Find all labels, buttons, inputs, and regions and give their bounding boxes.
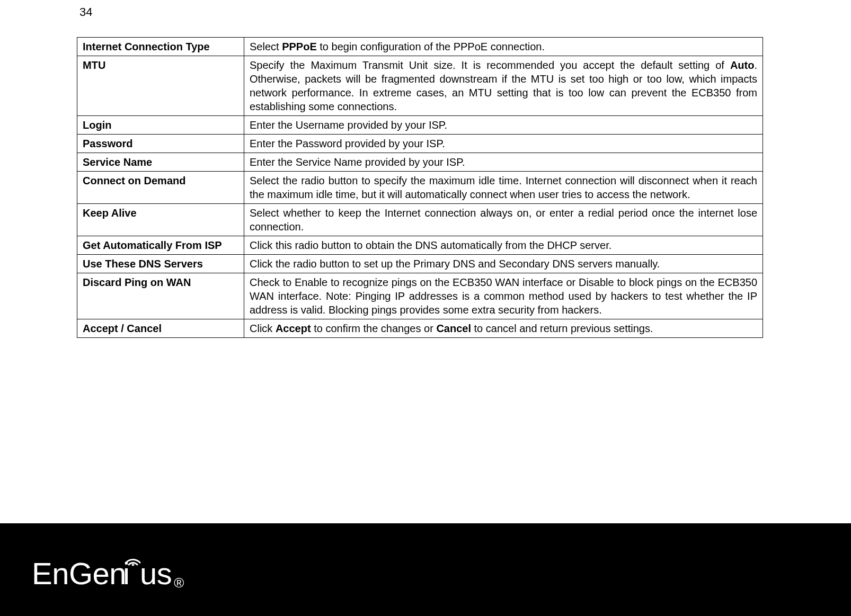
table-row: LoginEnter the Username provided by your… (77, 116, 763, 135)
table-row: Internet Connection TypeSelect PPPoE to … (77, 38, 763, 56)
setting-label: Password (77, 135, 244, 153)
setting-description: Select whether to keep the Internet conn… (244, 204, 763, 236)
brand-text-right: us (140, 556, 172, 591)
page-number: 34 (79, 5, 92, 19)
setting-label: Get Automatically From ISP (77, 236, 244, 255)
setting-description: Select PPPoE to begin configuration of t… (244, 38, 763, 56)
setting-label: Use These DNS Servers (77, 255, 244, 273)
settings-table: Internet Connection TypeSelect PPPoE to … (77, 37, 763, 338)
setting-description: Enter the Username provided by your ISP. (244, 116, 763, 135)
setting-description: Select the radio button to specify the m… (244, 172, 763, 204)
wifi-icon: i i (123, 556, 143, 591)
setting-description: Click this radio button to obtain the DN… (244, 236, 763, 255)
table-row: Accept / CancelClick Accept to confirm t… (77, 319, 763, 338)
settings-table-wrap: Internet Connection TypeSelect PPPoE to … (77, 37, 763, 338)
setting-label: Keep Alive (77, 204, 244, 236)
setting-description: Check to Enable to recognize pings on th… (244, 273, 763, 319)
table-row: Keep AliveSelect whether to keep the Int… (77, 204, 763, 236)
brand-text-left: EnGen (32, 556, 126, 591)
setting-label: Login (77, 116, 244, 135)
svg-point-0 (132, 564, 135, 565)
document-page: 34 Internet Connection TypeSelect PPPoE … (0, 0, 851, 616)
setting-description: Click Accept to confirm the changes or C… (244, 319, 763, 338)
setting-description: Specify the Maximum Transmit Unit size. … (244, 56, 763, 116)
table-row: Discard Ping on WANCheck to Enable to re… (77, 273, 763, 319)
setting-label: Connect on Demand (77, 172, 244, 204)
setting-label: Service Name (77, 153, 244, 172)
registered-mark: ® (174, 575, 184, 591)
setting-description: Click the radio button to set up the Pri… (244, 255, 763, 273)
table-row: Use These DNS ServersClick the radio but… (77, 255, 763, 273)
setting-description: Enter the Service Name provided by your … (244, 153, 763, 172)
table-row: Service NameEnter the Service Name provi… (77, 153, 763, 172)
table-row: MTUSpecify the Maximum Transmit Unit siz… (77, 56, 763, 116)
table-row: Get Automatically From ISPClick this rad… (77, 236, 763, 255)
table-row: Connect on DemandSelect the radio button… (77, 172, 763, 204)
table-row: PasswordEnter the Password provided by y… (77, 135, 763, 153)
setting-label: Discard Ping on WAN (77, 273, 244, 319)
setting-description: Enter the Password provided by your ISP. (244, 135, 763, 153)
setting-label: MTU (77, 56, 244, 116)
brand-logo: EnGen i i us ® (0, 549, 184, 591)
setting-label: Internet Connection Type (77, 38, 244, 56)
footer-bar: EnGen i i us ® (0, 523, 851, 616)
setting-label: Accept / Cancel (77, 319, 244, 338)
